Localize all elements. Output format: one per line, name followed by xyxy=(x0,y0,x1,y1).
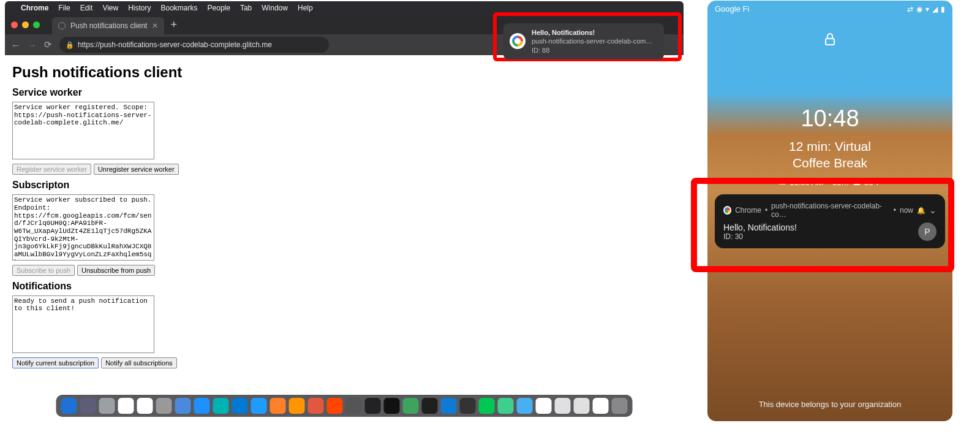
dock-app-22[interactable] xyxy=(479,398,495,414)
menu-history[interactable]: History xyxy=(128,4,151,12)
notification-time: now xyxy=(900,206,913,215)
globe-icon xyxy=(58,22,66,29)
dock-app-28[interactable] xyxy=(593,398,609,414)
dock-app-7[interactable] xyxy=(194,398,210,414)
forward-button[interactable]: → xyxy=(28,40,37,50)
dock-app-18[interactable] xyxy=(403,398,419,414)
dock-app-23[interactable] xyxy=(498,398,514,414)
menu-people[interactable]: People xyxy=(208,4,230,12)
menu-help[interactable]: Help xyxy=(298,4,313,12)
menu-bookmarks[interactable]: Bookmarks xyxy=(161,4,198,12)
dock-app-25[interactable] xyxy=(536,398,552,414)
dock-app-9[interactable] xyxy=(232,398,248,414)
dock-app-17[interactable] xyxy=(384,398,400,414)
svg-rect-0 xyxy=(826,39,834,45)
subscription-output[interactable] xyxy=(12,194,154,260)
section-subscription: Subscripton xyxy=(12,180,676,191)
lockscreen-clock: 10:48 xyxy=(707,105,952,132)
dock-app-1[interactable] xyxy=(80,398,96,414)
notification-source: push-notifications-server-codelab-co… xyxy=(771,202,890,219)
menu-tab[interactable]: Tab xyxy=(240,4,252,12)
dock-app-21[interactable] xyxy=(460,398,476,414)
back-button[interactable]: ← xyxy=(11,40,20,50)
bell-icon: 🔔 xyxy=(917,207,925,215)
notify-current-button[interactable]: Notify current subscription xyxy=(12,357,99,368)
dock-app-8[interactable] xyxy=(213,398,229,414)
page-title: Push notifications client xyxy=(12,64,676,81)
service-worker-output[interactable] xyxy=(12,102,154,159)
dock-app-19[interactable] xyxy=(422,398,438,414)
carrier-label: Google Fi xyxy=(715,4,749,13)
dock-app-27[interactable] xyxy=(574,398,590,414)
notifications-output[interactable] xyxy=(12,295,154,353)
subscribe-button: Subscribe to push xyxy=(12,265,75,276)
notify-all-button[interactable]: Notify all subscriptions xyxy=(101,357,176,368)
dock-app-4[interactable] xyxy=(137,398,153,414)
android-notification[interactable]: Chrome • push-notifications-server-codel… xyxy=(715,194,945,248)
dock-app-6[interactable] xyxy=(175,398,191,414)
phone-statusbar: Google Fi ⇄ ◉ ▾ ◢ ▮ xyxy=(707,1,952,17)
dock-app-14[interactable] xyxy=(327,398,343,414)
phone-screenshot: Google Fi ⇄ ◉ ▾ ◢ ▮ 10:48 12 min: Virtua… xyxy=(707,1,952,421)
dock-app-24[interactable] xyxy=(517,398,533,414)
dock-app-3[interactable] xyxy=(118,398,134,414)
lock-icon: 🔒 xyxy=(66,41,74,49)
close-window-button[interactable] xyxy=(11,21,18,28)
mac-dock xyxy=(56,395,633,417)
notification-body: ID: 30 xyxy=(723,232,797,241)
register-sw-button: Register service worker xyxy=(12,164,91,175)
address-bar[interactable]: 🔒 https://push-notifications-server-code… xyxy=(59,37,329,53)
url-text: https://push-notifications-server-codela… xyxy=(78,40,272,49)
minimize-window-button[interactable] xyxy=(22,21,29,28)
dock-app-11[interactable] xyxy=(270,398,286,414)
dock-app-13[interactable] xyxy=(308,398,324,414)
unregister-sw-button[interactable]: Unregister service worker xyxy=(94,164,179,175)
dock-app-15[interactable] xyxy=(346,398,362,414)
dock-app-20[interactable] xyxy=(441,398,457,414)
notification-app: Chrome xyxy=(735,206,761,215)
notification-title: Hello, Notifications! xyxy=(532,28,654,37)
menu-view[interactable]: View xyxy=(102,4,118,12)
desktop-screenshot: Chrome File Edit View History Bookmarks … xyxy=(5,1,684,418)
menu-chrome[interactable]: Chrome xyxy=(21,4,48,12)
window-controls xyxy=(11,21,40,28)
vibrate-icon: ◉ xyxy=(916,5,922,13)
chrome-icon xyxy=(723,206,731,215)
device-owner-message: This device belongs to your organization xyxy=(707,400,952,409)
dock-app-16[interactable] xyxy=(365,398,381,414)
avatar: P xyxy=(918,223,937,241)
page-content: Push notifications client Service worker… xyxy=(5,55,684,395)
dock-app-26[interactable] xyxy=(555,398,571,414)
mac-notification[interactable]: Hello, Notifications! push-notifications… xyxy=(503,23,664,59)
notification-source: push-notifications-server-codelab-comple… xyxy=(532,37,654,45)
close-tab-icon[interactable]: ✕ xyxy=(152,21,158,30)
dock-app-0[interactable] xyxy=(61,398,77,414)
dock-app-2[interactable] xyxy=(99,398,115,414)
notification-title: Hello, Notifications! xyxy=(723,223,797,232)
chrome-icon xyxy=(510,33,526,49)
menu-edit[interactable]: Edit xyxy=(80,4,93,12)
dock-app-5[interactable] xyxy=(156,398,172,414)
calendar-event: 12 min: Virtual Coffee Break xyxy=(707,138,952,172)
menu-file[interactable]: File xyxy=(58,4,70,12)
section-notifications: Notifications xyxy=(12,281,676,292)
section-service-worker: Service worker xyxy=(12,87,676,98)
zoom-window-button[interactable] xyxy=(33,21,40,28)
lock-icon xyxy=(707,32,952,50)
tab-title: Push notifications client xyxy=(70,21,147,30)
dock-app-12[interactable] xyxy=(289,398,305,414)
dock-app-10[interactable] xyxy=(251,398,267,414)
battery-icon: ▮ xyxy=(941,5,945,13)
new-tab-button[interactable]: + xyxy=(164,18,183,31)
notification-body: ID: 88 xyxy=(532,46,654,55)
dock-app-29[interactable] xyxy=(612,398,628,414)
signal-icon: ◢ xyxy=(932,5,938,13)
chevron-down-icon[interactable]: ⌄ xyxy=(929,205,937,215)
wifi-icon: ▾ xyxy=(925,5,929,13)
cast-icon: ⇄ xyxy=(907,5,913,13)
reload-button[interactable]: ⟳ xyxy=(44,39,52,50)
menu-window[interactable]: Window xyxy=(262,4,288,12)
unsubscribe-button[interactable]: Unsubscribe from push xyxy=(77,265,155,276)
browser-tab[interactable]: Push notifications client ✕ xyxy=(52,17,164,34)
